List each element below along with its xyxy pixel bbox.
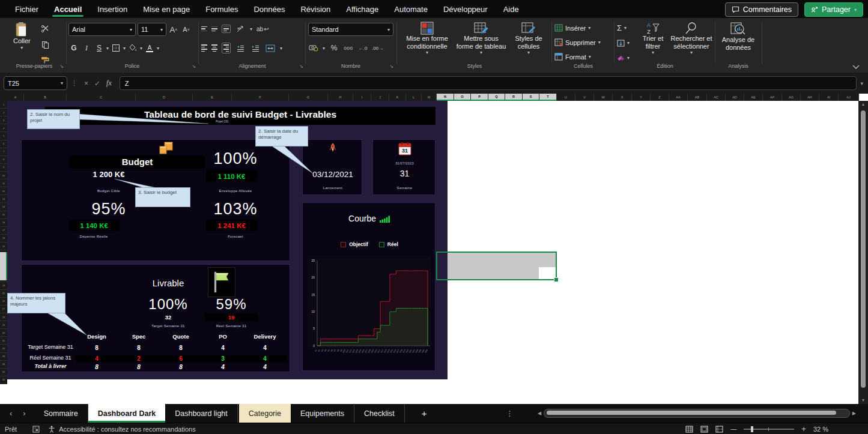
zoom-slider-thumb[interactable]	[751, 426, 753, 432]
column-header-Q[interactable]: Q	[488, 94, 505, 101]
accounting-format-button[interactable]	[308, 42, 319, 54]
zoom-out-icon[interactable]: —	[730, 426, 736, 432]
row-header-8[interactable]: 8	[0, 156, 7, 164]
row-header-5[interactable]: 5	[0, 132, 7, 140]
callout-project-name[interactable]: 2. Saisir le nom du projet	[27, 109, 80, 129]
sheet-tab-dashboard-light[interactable]: Dashboard light	[165, 404, 238, 423]
row-header-13[interactable]: 13	[0, 195, 7, 203]
merge-center-button[interactable]	[265, 42, 276, 54]
row-header-1[interactable]: 1	[0, 101, 7, 109]
week-panel[interactable]: 31 31/07/2023 31 Semaine	[372, 139, 436, 195]
zoom-level[interactable]: 32 %	[813, 426, 828, 433]
comments-button[interactable]: Commentaires	[725, 2, 798, 17]
sheet-tab-categorie[interactable]: Categorie	[239, 404, 291, 423]
confirm-entry-icon[interactable]: ✓	[94, 79, 100, 88]
column-header-T[interactable]: T	[539, 94, 557, 101]
column-header-J[interactable]: J	[371, 94, 389, 101]
data-analysis-button[interactable]: Analyse de données	[718, 22, 758, 51]
page-layout-view-icon[interactable]	[700, 426, 708, 433]
horizontal-scroll-track[interactable]	[544, 409, 850, 418]
row-header-3[interactable]: 3	[0, 116, 7, 124]
font-size-select[interactable]: 11▾	[138, 23, 166, 36]
dialog-launcher-icon[interactable]: ↘	[192, 64, 196, 69]
ribbon-tab-mise-en-page[interactable]: Mise en page	[135, 0, 198, 18]
column-header-B[interactable]: B	[24, 94, 67, 101]
increase-indent-button[interactable]	[250, 42, 261, 54]
align-right-button[interactable]	[222, 43, 231, 53]
macro-record-icon[interactable]	[32, 426, 40, 433]
row-header-33[interactable]: 33	[0, 353, 7, 361]
curve-panel[interactable]: Courbe ObjectifRéel 0510152025S1S2S3S4S5…	[302, 202, 436, 371]
row-header-2[interactable]: 2	[0, 109, 7, 116]
ribbon-tab-accueil[interactable]: Accueil	[46, 0, 90, 18]
column-header-D[interactable]: D	[136, 94, 193, 101]
row-header-32[interactable]: 32	[0, 345, 7, 352]
row-header-7[interactable]: 7	[0, 148, 7, 156]
dialog-launcher-icon[interactable]: ↘	[389, 64, 393, 69]
column-header-AJ[interactable]: AJ	[839, 94, 859, 101]
row-header-9[interactable]: 9	[0, 164, 7, 172]
vertical-scrollbar[interactable]: ▲ ▼	[858, 101, 868, 404]
dialog-launcher-icon[interactable]: ↘	[59, 64, 64, 69]
column-header-AH[interactable]: AH	[801, 94, 819, 101]
row-header-16[interactable]: 16	[0, 219, 7, 227]
column-header-AA[interactable]: AA	[669, 94, 688, 101]
deliverable-panel[interactable]: Livrable 100% 59% 32 19 Target Semaine 3…	[21, 264, 290, 372]
chevron-down-icon[interactable]: ▾	[157, 46, 159, 51]
row-header-19[interactable]: 19	[0, 243, 7, 250]
autosum-button[interactable]: Σ▾	[617, 22, 630, 34]
ribbon-tab-données[interactable]: Données	[246, 0, 293, 18]
expand-formula-bar-icon[interactable]: ▾	[860, 80, 863, 86]
find-select-button[interactable]: Rechercher et sélectionner ▾	[670, 22, 713, 55]
number-format-select[interactable]: Standard▾	[308, 23, 393, 36]
row-header-34[interactable]: 34	[0, 361, 7, 369]
row-header-29[interactable]: 29	[0, 321, 7, 329]
bold-button[interactable]: G	[68, 42, 79, 54]
share-button[interactable]: Partager ▾	[804, 2, 863, 17]
column-header-M[interactable]: M	[422, 94, 437, 101]
tabs-scroll-left-icon[interactable]: ‹	[10, 409, 12, 418]
wrap-text-button[interactable]: ab↩	[256, 23, 269, 35]
column-header-Y[interactable]: Y	[632, 94, 651, 101]
dialog-launcher-icon[interactable]: ↘	[299, 64, 303, 69]
insert-function-icon[interactable]: fx	[106, 79, 112, 88]
chevron-down-icon[interactable]: ▾	[280, 46, 282, 51]
row-header-6[interactable]: 6	[0, 140, 7, 148]
drag-handle-icon[interactable]: ⋮	[71, 79, 77, 87]
formula-input[interactable]: Z	[120, 76, 857, 90]
column-header-C[interactable]: C	[67, 94, 136, 101]
collapse-ribbon-icon[interactable]	[852, 65, 860, 69]
decrease-indent-button[interactable]	[235, 42, 246, 54]
ribbon-tab-révision[interactable]: Révision	[293, 0, 338, 18]
fill-button[interactable]: ▾	[617, 37, 630, 49]
ribbon-tab-fichier[interactable]: Fichier	[7, 0, 46, 18]
sheet-tab-dashboard-dark[interactable]: Dashboard Dark	[88, 404, 166, 423]
column-header-U[interactable]: U	[557, 94, 575, 101]
ribbon-tab-développeur[interactable]: Développeur	[436, 0, 496, 18]
tabs-scroll-right-icon[interactable]: ›	[23, 409, 25, 418]
dashboard-canvas[interactable]: Tableau de bord de suivi Budget - Livrab…	[7, 101, 448, 379]
column-header-AE[interactable]: AE	[744, 94, 763, 101]
zoom-in-icon[interactable]: +	[801, 424, 806, 433]
italic-button[interactable]: I	[81, 42, 92, 54]
column-header-K[interactable]: K	[389, 94, 406, 101]
selection-fill-handle[interactable]	[554, 277, 559, 282]
column-header-E[interactable]: E	[193, 94, 232, 101]
comma-style-button[interactable]: 000	[343, 42, 354, 54]
row-header-10[interactable]: 10	[0, 172, 7, 179]
column-header-A[interactable]: A	[7, 94, 24, 101]
underline-button[interactable]: S	[94, 42, 105, 54]
orientation-button[interactable]: ab	[235, 23, 246, 35]
ribbon-tab-formules[interactable]: Formules	[198, 0, 246, 18]
fill-color-button[interactable]	[127, 42, 138, 54]
insert-cells-button[interactable]: Insérer ▾	[554, 22, 590, 34]
column-header-L[interactable]: L	[406, 94, 422, 101]
row-header-14[interactable]: 14	[0, 203, 7, 211]
row-header-12[interactable]: 12	[0, 187, 7, 195]
ribbon-tab-aide[interactable]: Aide	[496, 0, 527, 18]
chevron-down-icon[interactable]: ▾	[106, 46, 109, 51]
row-header-25[interactable]: 25	[0, 290, 7, 298]
cancel-entry-icon[interactable]: ×	[84, 79, 88, 88]
zoom-slider[interactable]	[744, 429, 794, 430]
row-header-24[interactable]: 24	[0, 282, 7, 290]
